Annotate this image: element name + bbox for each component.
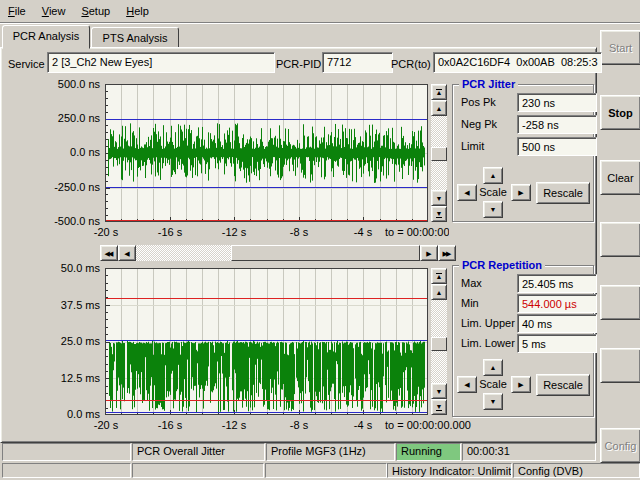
jitter-xtick-16: -16 s bbox=[158, 226, 182, 238]
hscroll-far-left-button[interactable]: ◀◀ bbox=[100, 245, 118, 261]
rep-ytick-25: 25.0 ms bbox=[40, 335, 100, 347]
limit-label: Limit bbox=[461, 140, 484, 152]
rep-scroll-down-button[interactable]: ▼ bbox=[431, 383, 447, 399]
jitter-rescale-button[interactable]: Rescale bbox=[536, 182, 590, 204]
status-running-badge: Running bbox=[396, 443, 461, 461]
menu-setup[interactable]: Setup bbox=[73, 2, 118, 20]
menu-view[interactable]: View bbox=[34, 2, 74, 20]
status2-cell-3 bbox=[265, 463, 387, 478]
rep-xaxis-end-label: to = 00:00:00.000 bbox=[385, 419, 497, 431]
scale-down-icon: ▼ bbox=[490, 398, 497, 405]
jitter-vscroll-track[interactable] bbox=[431, 116, 447, 190]
hscroll-right-button[interactable]: ▶ bbox=[420, 245, 438, 261]
jitter-xtick-4: -4 s bbox=[354, 226, 372, 238]
scroll-left-icon: ◀ bbox=[124, 250, 129, 257]
scroll-far-right-icon: ▶▶ bbox=[443, 250, 450, 257]
rep-scale-left-button[interactable]: ◀ bbox=[457, 376, 477, 393]
jitter-scale-up-button[interactable]: ▲ bbox=[483, 167, 503, 184]
min-field: 544.000 µs bbox=[517, 294, 597, 313]
max-label: Max bbox=[461, 277, 482, 289]
rep-rescale-button[interactable]: Rescale bbox=[536, 374, 590, 396]
menu-file[interactable]: File bbox=[0, 2, 34, 20]
clear-button[interactable]: Clear bbox=[600, 160, 640, 195]
stop-button[interactable]: Stop bbox=[600, 95, 640, 130]
jitter-scale-right-button[interactable]: ▶ bbox=[511, 184, 531, 201]
rep-scroll-up-button[interactable]: ▲ bbox=[431, 284, 447, 300]
scroll-bottom-icon: ▼ bbox=[436, 404, 443, 411]
status2-config: Config (DVB) bbox=[513, 463, 640, 478]
jitter-ytick-0: 0.0 ns bbox=[40, 146, 100, 158]
menu-bar: File View Setup Help bbox=[0, 0, 640, 23]
rep-scroll-bottom-button[interactable]: ▼ bbox=[431, 399, 447, 415]
status2-history-indicator: History Indicator: Unlimited bbox=[387, 463, 512, 478]
scroll-down-icon: ▼ bbox=[436, 195, 443, 202]
jitter-vscroll-thumb[interactable] bbox=[431, 147, 447, 161]
lim-upper-label: Lim. Upper bbox=[461, 317, 515, 329]
scale-right-icon: ▶ bbox=[518, 381, 523, 389]
jitter-xaxis-end-label: to = 00:00:00. bbox=[385, 226, 449, 238]
rep-xtick-4: -4 s bbox=[354, 419, 372, 431]
tab-pts-analysis[interactable]: PTS Analysis bbox=[91, 27, 179, 48]
min-label: Min bbox=[461, 297, 479, 309]
app-window: { "menu": { "items": [ {"label":"File"},… bbox=[0, 0, 640, 480]
jitter-xtick-8: -8 s bbox=[290, 226, 308, 238]
rep-vscroll-thumb[interactable] bbox=[431, 337, 447, 351]
service-label: Service bbox=[8, 57, 45, 71]
rep-xtick-20: -20 s bbox=[94, 419, 118, 431]
rep-ytick-0: 0.0 ms bbox=[40, 408, 100, 420]
max-field: 25.405 ms bbox=[517, 274, 597, 293]
rep-vscroll-track[interactable] bbox=[431, 300, 447, 383]
lim-upper-field[interactable]: 40 ms bbox=[517, 314, 597, 333]
scale-left-icon: ◀ bbox=[464, 189, 469, 197]
neg-pk-field: -258 ns bbox=[517, 115, 597, 134]
scroll-far-left-icon: ◀◀ bbox=[105, 250, 112, 257]
jitter-scroll-bottom-button[interactable]: ▼ bbox=[431, 206, 447, 222]
pcr-to-field: 0x0A2C16DF4 0x00AB 08:25:3 bbox=[433, 52, 602, 73]
jitter-scroll-down-button[interactable]: ▼ bbox=[431, 190, 447, 206]
rep-xtick-12: -12 s bbox=[222, 419, 246, 431]
status2-cell-2 bbox=[132, 463, 264, 478]
lim-lower-field[interactable]: 5 ms bbox=[517, 334, 597, 353]
hscroll-left-button[interactable]: ◀ bbox=[118, 245, 136, 261]
rep-ytick-125: 12.5 ms bbox=[40, 372, 100, 384]
scroll-down-icon: ▼ bbox=[436, 388, 443, 395]
config-button: Config bbox=[600, 428, 640, 463]
jitter-scroll-top-button[interactable]: ▲ bbox=[431, 84, 447, 100]
jitter-scale-label: Scale bbox=[478, 186, 508, 198]
pcr-repetition-panel: PCR Repetition Max 25.405 ms Min 544.000… bbox=[452, 265, 594, 417]
rep-scale-right-button[interactable]: ▶ bbox=[511, 376, 531, 393]
menu-help[interactable]: Help bbox=[118, 2, 157, 20]
rep-scroll-top-button[interactable]: ▲ bbox=[431, 268, 447, 284]
pcr-jitter-panel-title: PCR Jitter bbox=[459, 78, 518, 90]
jitter-xtick-12: -12 s bbox=[222, 226, 246, 238]
jitter-vscrollbar: ▲ ▲ ▼ ▼ bbox=[431, 84, 447, 222]
jitter-ytick-n250: -250.0 ns bbox=[40, 181, 100, 193]
jitter-scale-left-button[interactable]: ◀ bbox=[457, 184, 477, 201]
blank-button-2 bbox=[600, 285, 640, 320]
jitter-scale-down-button[interactable]: ▼ bbox=[483, 201, 503, 218]
scale-down-icon: ▼ bbox=[490, 206, 497, 213]
jitter-ytick-500: 500.0 ns bbox=[40, 78, 100, 90]
hscroll-thumb[interactable] bbox=[231, 245, 420, 261]
hscroll-far-right-button[interactable]: ▶▶ bbox=[438, 245, 456, 261]
scroll-top-icon: ▲ bbox=[436, 273, 443, 280]
scroll-up-icon: ▲ bbox=[436, 289, 443, 296]
scroll-bottom-icon: ▼ bbox=[436, 211, 443, 218]
tab-pcr-analysis[interactable]: PCR Analysis bbox=[2, 25, 90, 49]
rep-scale-up-button[interactable]: ▲ bbox=[483, 359, 503, 376]
limit-field[interactable]: 500 ns bbox=[517, 137, 597, 156]
hscroll-track[interactable] bbox=[136, 245, 420, 261]
scale-up-icon: ▲ bbox=[490, 172, 497, 179]
rep-ytick-50: 50.0 ms bbox=[40, 262, 100, 274]
status-profile: Profile MGF3 (1Hz) bbox=[266, 443, 395, 461]
scroll-up-icon: ▲ bbox=[436, 105, 443, 112]
start-button: Start bbox=[600, 30, 640, 65]
rep-scale-down-button[interactable]: ▼ bbox=[483, 393, 503, 410]
status-cell-empty bbox=[2, 443, 131, 461]
scale-left-icon: ◀ bbox=[464, 381, 469, 389]
service-field[interactable]: 2 [3_Ch2 New Eyes] bbox=[47, 52, 275, 73]
jitter-ytick-250: 250.0 ns bbox=[40, 112, 100, 124]
jitter-scroll-up-button[interactable]: ▲ bbox=[431, 100, 447, 116]
time-hscrollbar: ◀◀ ◀ ▶ ▶▶ bbox=[100, 245, 456, 261]
status2-cell-1 bbox=[2, 463, 131, 478]
